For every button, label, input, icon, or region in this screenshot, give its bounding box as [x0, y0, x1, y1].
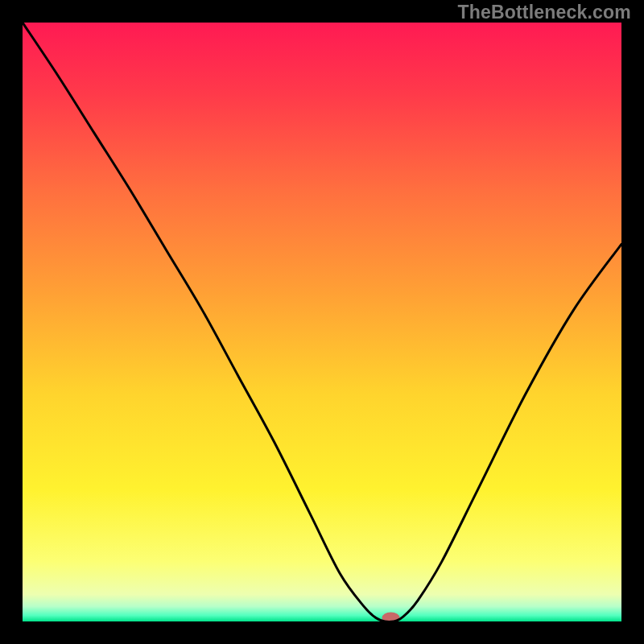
bottleneck-plot [23, 23, 621, 621]
chart-frame: TheBottleneck.com [0, 0, 644, 644]
watermark-label: TheBottleneck.com [457, 2, 631, 23]
plot-background [23, 23, 621, 621]
